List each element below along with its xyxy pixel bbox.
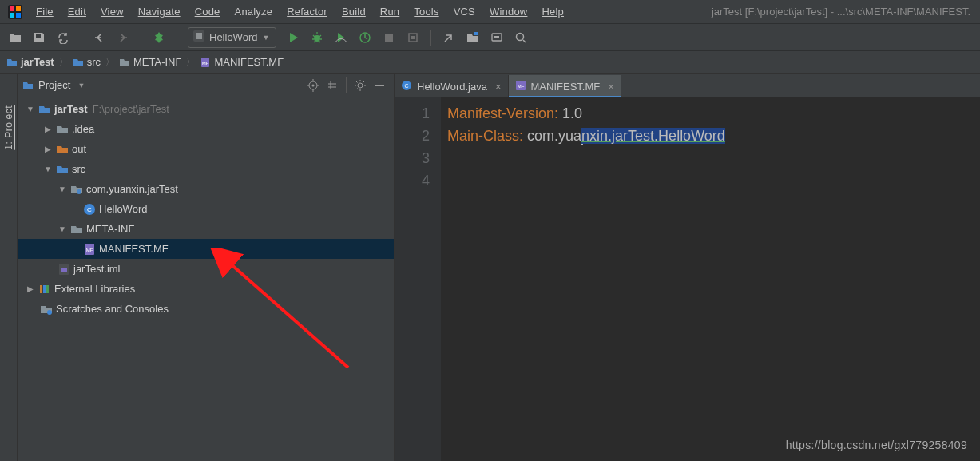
save-all-button[interactable]: [29, 27, 50, 48]
nav-forward-button[interactable]: [113, 27, 133, 48]
menu-view[interactable]: View: [93, 4, 131, 19]
menu-help[interactable]: Help: [534, 4, 571, 19]
editor-tab-helloword[interactable]: C HelloWord.java ×: [395, 75, 509, 97]
editor-tab-label: MANIFEST.MF: [531, 81, 601, 93]
svg-rect-2: [16, 6, 21, 11]
project-tool-tab[interactable]: 1: Project: [3, 105, 14, 150]
run-config-label: HelloWord: [209, 31, 257, 43]
open-file-button[interactable]: [5, 27, 26, 48]
settings-button[interactable]: [438, 27, 459, 48]
tree-external-libs[interactable]: ▶ External Libraries: [18, 279, 394, 299]
project-structure-button[interactable]: [462, 27, 483, 48]
project-pane-header: Project ▼: [18, 74, 394, 97]
line-gutter: 1 2 3 4: [395, 97, 441, 461]
breadcrumb-metainf[interactable]: META-INF: [119, 56, 181, 68]
svg-text:C: C: [87, 206, 92, 213]
svg-rect-11: [474, 32, 478, 35]
run-button[interactable]: [283, 27, 304, 48]
svg-rect-30: [43, 285, 46, 293]
svg-rect-6: [196, 33, 202, 39]
menu-edit[interactable]: Edit: [61, 4, 93, 19]
redeploy-button[interactable]: [403, 27, 423, 48]
code-content[interactable]: Manifest-Version: 1.0 Main-Class: com.yu…: [441, 97, 980, 461]
profile-button[interactable]: [355, 27, 375, 48]
run-config-selector[interactable]: HelloWord ▼: [188, 27, 276, 48]
svg-point-19: [312, 84, 315, 86]
menu-build[interactable]: Build: [335, 4, 373, 19]
code-editor[interactable]: 1 2 3 4 Manifest-Version: 1.0 Main-Class…: [395, 97, 980, 461]
svg-rect-4: [16, 13, 21, 18]
tree-iml[interactable]: jarTest.iml: [18, 259, 394, 279]
breadcrumb: jarTest 〉 src 〉 META-INF 〉 MF MANIFEST.M…: [0, 51, 980, 74]
expand-all-button[interactable]: [323, 76, 342, 95]
svg-rect-28: [61, 268, 67, 272]
tree-src[interactable]: ▼ src: [18, 159, 394, 179]
breadcrumb-src[interactable]: src: [73, 56, 101, 68]
svg-point-32: [47, 310, 52, 315]
chevron-down-icon: ▼: [262, 34, 269, 42]
tree-metainf[interactable]: ▼ META-INF: [18, 219, 394, 239]
menu-navigate[interactable]: Navigate: [131, 4, 188, 19]
svg-text:MF: MF: [202, 61, 209, 66]
menu-window[interactable]: Window: [482, 4, 534, 19]
menu-code[interactable]: Code: [188, 4, 228, 19]
svg-rect-31: [46, 285, 49, 293]
breadcrumb-file[interactable]: MF MANIFEST.MF: [200, 56, 284, 68]
app-logo-icon: [8, 5, 22, 19]
tree-out[interactable]: ▶ out: [18, 139, 394, 159]
svg-rect-21: [375, 85, 384, 86]
search-everywhere-button[interactable]: [510, 27, 531, 48]
svg-text:C: C: [404, 83, 408, 89]
svg-rect-1: [10, 6, 14, 11]
svg-point-14: [517, 33, 524, 40]
svg-rect-13: [494, 36, 499, 38]
locate-button[interactable]: [304, 76, 323, 95]
breadcrumb-root[interactable]: jarTest: [6, 56, 54, 68]
debug-button[interactable]: [307, 27, 327, 48]
svg-text:MF: MF: [517, 84, 524, 89]
tree-scratches[interactable]: Scratches and Consoles: [18, 299, 394, 319]
tree-manifest[interactable]: MF MANIFEST.MF: [18, 239, 394, 259]
tool-window-stripe: 1: Project: [0, 74, 18, 461]
tree-package[interactable]: ▼ com.yuanxin.jarTest: [18, 179, 394, 199]
svg-rect-3: [10, 13, 14, 18]
stop-button[interactable]: [379, 27, 399, 48]
svg-point-22: [77, 189, 81, 194]
application-icon: [193, 30, 204, 44]
main-menu-bar: File Edit View Navigate Code Analyze Ref…: [0, 0, 980, 24]
menu-run[interactable]: Run: [373, 4, 407, 19]
nav-back-button[interactable]: [89, 27, 109, 48]
tree-class-helloword[interactable]: C HelloWord: [18, 199, 394, 219]
project-view-selector[interactable]: Project ▼: [22, 79, 85, 91]
watermark: https://blog.csdn.net/gxl779258409: [786, 439, 967, 451]
menu-refactor[interactable]: Refactor: [280, 4, 335, 19]
editor-tab-label: HelloWord.java: [417, 81, 487, 93]
project-tree: ▼ jarTest F:\project\jarTest ▶ .idea ▶ o…: [18, 97, 394, 461]
menu-vcs[interactable]: VCS: [446, 4, 482, 19]
project-tool-window: Project ▼ ▼ jarTest F:\project\jarTest ▶…: [18, 74, 395, 461]
sdk-button[interactable]: [486, 27, 507, 48]
close-icon[interactable]: ×: [495, 81, 502, 93]
close-icon[interactable]: ×: [608, 81, 614, 93]
tree-idea[interactable]: ▶ .idea: [18, 119, 394, 139]
main-toolbar: HelloWord ▼: [0, 24, 980, 51]
menu-analyze[interactable]: Analyze: [228, 4, 280, 19]
svg-text:MF: MF: [86, 248, 93, 252]
build-button[interactable]: [149, 27, 169, 48]
menu-tools[interactable]: Tools: [407, 4, 446, 19]
coverage-button[interactable]: [331, 27, 351, 48]
chevron-down-icon: ▼: [77, 81, 85, 89]
hide-button[interactable]: [370, 76, 389, 95]
editor-pane: C HelloWord.java × MF MANIFEST.MF × 1 2 …: [395, 74, 980, 461]
manifest-file-icon: MF: [515, 80, 526, 93]
svg-rect-29: [40, 285, 42, 293]
editor-tab-bar: C HelloWord.java × MF MANIFEST.MF ×: [395, 74, 980, 97]
svg-point-7: [314, 35, 320, 42]
window-title: jarTest [F:\project\jarTest] - ...\src\M…: [712, 6, 975, 18]
tree-root[interactable]: ▼ jarTest F:\project\jarTest: [18, 99, 394, 119]
menu-file[interactable]: File: [29, 4, 61, 19]
svg-rect-9: [385, 34, 393, 42]
sync-button[interactable]: [53, 27, 73, 48]
settings-gear-icon[interactable]: [351, 76, 370, 95]
editor-tab-manifest[interactable]: MF MANIFEST.MF ×: [509, 75, 621, 97]
